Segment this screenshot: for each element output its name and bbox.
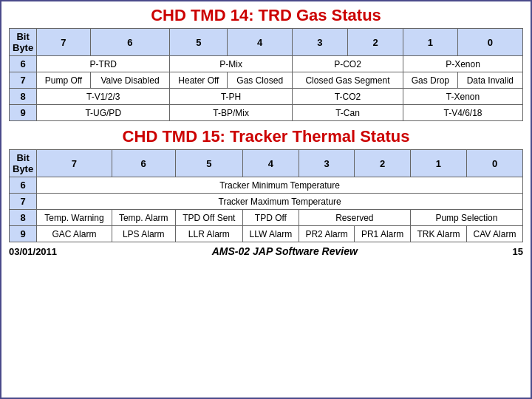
- page: CHD TMD 14: TRD Gas Status BitByte 7 6 5…: [0, 0, 532, 399]
- section2-row-8: 8 Temp. Warning Temp. Alarm TPD Off Sent…: [10, 210, 523, 226]
- section1-col-0: 0: [457, 29, 522, 56]
- section2-table: BitByte 7 6 5 4 3 2 1 0 6 Tracker Minimu…: [9, 149, 523, 242]
- section2-bit-byte-header: BitByte: [10, 150, 37, 177]
- section2-row-8-reserved: Reserved: [299, 210, 410, 226]
- section1-row-6: 6 P-TRD P-Mix P-CO2 P-Xenon: [10, 56, 523, 72]
- footer-title: AMS-02 JAP Software Review: [212, 245, 358, 257]
- section1-row-6-pmix: P-Mix: [170, 56, 293, 72]
- section2-col-3: 3: [299, 150, 354, 177]
- section1-row-7-valvedisabled: Valve Disabled: [90, 72, 170, 89]
- section1-title: CHD TMD 14: TRD Gas Status: [9, 6, 523, 25]
- section1-row-7-closedgassegment: Closed Gas Segment: [292, 72, 403, 89]
- section1-row-7-pumpoff: Pump Off: [37, 72, 91, 89]
- section1-row-7-heateroff: Heater Off: [170, 72, 228, 89]
- section1-row-6-pxenon: P-Xenon: [403, 56, 523, 72]
- section1-row-7: 7 Pump Off Valve Disabled Heater Off Gas…: [10, 72, 523, 89]
- section2-row-7-tracker-max: Tracker Maximum Temperature: [37, 194, 523, 210]
- section1-col-7: 7: [37, 29, 91, 56]
- section2-row-9-lpsalarm: LPS Alarm: [112, 226, 175, 242]
- section1-row-8-tph: T-PH: [170, 89, 293, 105]
- section1-col-4: 4: [228, 29, 292, 56]
- section2-col-6: 6: [112, 150, 175, 177]
- section1-row-8-tv123: T-V1/2/3: [37, 89, 170, 105]
- section1-col-6: 6: [90, 29, 170, 56]
- section2-row-9-pr2alarm: PR2 Alarm: [299, 226, 354, 242]
- section2-title: CHD TMD 15: Tracker Thermal Status: [9, 127, 523, 146]
- section2-row-9-gacalarm: GAC Alarm: [37, 226, 112, 242]
- section1-col-1: 1: [403, 29, 458, 56]
- section2-col-4: 4: [242, 150, 299, 177]
- section1-row-9-num: 9: [10, 105, 37, 121]
- section2-row-8-tpdoffsent: TPD Off Sent: [175, 210, 242, 226]
- section2-row-8-tempwarning: Temp. Warning: [37, 210, 112, 226]
- section2-row-9-llwalarm: LLW Alarm: [242, 226, 299, 242]
- section1-col-3: 3: [292, 29, 347, 56]
- section1-col-2: 2: [347, 29, 403, 56]
- section2-row-6-num: 6: [10, 177, 37, 194]
- section2-row-6-tracker-min: Tracker Minimum Temperature: [37, 177, 523, 194]
- section2-row-9-llralarm: LLR Alarm: [175, 226, 242, 242]
- section1-row-9-tcan: T-Can: [292, 105, 403, 121]
- section2-row-9-cavalarm: CAV Alarm: [467, 226, 523, 242]
- section1-row-8-tco2: T-CO2: [292, 89, 403, 105]
- section1-row-6-ptrd: P-TRD: [37, 56, 170, 72]
- section2-row-9-trkalarm: TRK Alarm: [410, 226, 466, 242]
- section2-col-5: 5: [175, 150, 242, 177]
- section1-row-9-tugpd: T-UG/PD: [37, 105, 170, 121]
- section1-row-8: 8 T-V1/2/3 T-PH T-CO2 T-Xenon: [10, 89, 523, 105]
- section1-row-7-num: 7: [10, 72, 37, 89]
- footer: 03/01/2011 AMS-02 JAP Software Review 15: [9, 245, 523, 257]
- section1-row-7-gasdrop: Gas Drop: [403, 72, 458, 89]
- section1-bit-byte-header: BitByte: [10, 29, 37, 56]
- section2-col-7: 7: [37, 150, 112, 177]
- section2-col-1: 1: [410, 150, 466, 177]
- section2-row-8-tempalarm: Temp. Alarm: [112, 210, 175, 226]
- section1-row-8-txenon: T-Xenon: [403, 89, 523, 105]
- section2-row-8-tpdoff: TPD Off: [242, 210, 299, 226]
- section2-col-0: 0: [467, 150, 523, 177]
- section2-col-2: 2: [355, 150, 410, 177]
- section1-row-6-num: 6: [10, 56, 37, 72]
- section1-row-7-gasclosed: Gas Closed: [228, 72, 292, 89]
- section2-row-8-num: 8: [10, 210, 37, 226]
- section2-row-8-pumpselection: Pump Selection: [410, 210, 522, 226]
- section2-row-9-num: 9: [10, 226, 37, 242]
- section2-row-9: 9 GAC Alarm LPS Alarm LLR Alarm LLW Alar…: [10, 226, 523, 242]
- section1-row-9: 9 T-UG/PD T-BP/Mix T-Can T-V4/6/18: [10, 105, 523, 121]
- footer-date: 03/01/2011: [9, 246, 57, 257]
- section1-col-5: 5: [170, 29, 228, 56]
- section1-row-9-tv4618: T-V4/6/18: [403, 105, 523, 121]
- section1-row-7-datainvalid: Data Invalid: [457, 72, 522, 89]
- section2-row-9-pr1alarm: PR1 Alarm: [355, 226, 410, 242]
- section2-row-6: 6 Tracker Minimum Temperature: [10, 177, 523, 194]
- section1-table: BitByte 7 6 5 4 3 2 1 0 6 P-TRD P-Mix P-…: [9, 28, 523, 121]
- section2-row-7: 7 Tracker Maximum Temperature: [10, 194, 523, 210]
- section1-row-8-num: 8: [10, 89, 37, 105]
- footer-page-num: 15: [513, 246, 523, 257]
- section2-row-7-num: 7: [10, 194, 37, 210]
- section1-row-9-tbpmix: T-BP/Mix: [170, 105, 293, 121]
- section1-row-6-pco2: P-CO2: [292, 56, 403, 72]
